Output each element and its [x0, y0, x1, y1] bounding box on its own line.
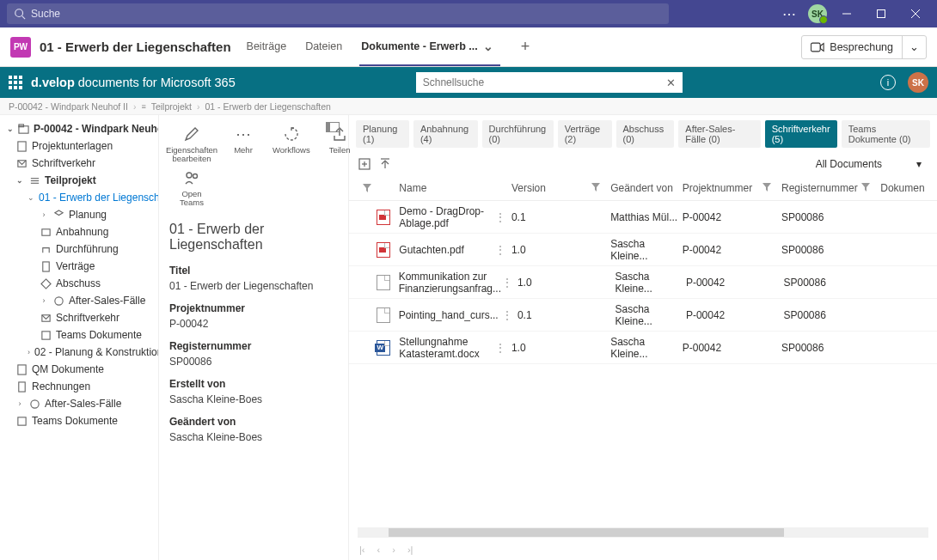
label-projnr: Projektnummer: [169, 302, 338, 314]
channel-avatar: PW: [10, 37, 31, 58]
col-user[interactable]: Geändert von: [610, 182, 683, 194]
row-more-icon[interactable]: ⋮: [495, 244, 511, 256]
file-type-icon: [377, 210, 390, 225]
tree-current[interactable]: ⌄01 - Erwerb der Liegenscha...: [3, 189, 155, 206]
quick-search[interactable]: ✕: [416, 72, 683, 93]
cat-tab[interactable]: After-Sales-Fälle (0): [678, 120, 760, 148]
dvelop-bar: d.velop documents for Microsoft 365 ✕ i …: [0, 67, 937, 98]
teams-search-input[interactable]: [31, 8, 662, 20]
value-titel: 01 - Erwerb der Liegenschaften: [169, 280, 338, 292]
filter-icon[interactable]: [861, 182, 880, 194]
file-user: Sascha Kleine...: [610, 238, 683, 262]
pager-next[interactable]: ›: [392, 545, 395, 555]
tree-planung[interactable]: ›Planung: [3, 206, 155, 223]
table-row[interactable]: Pointing_hand_curs...⋮0.1Sascha Kleine..…: [349, 299, 937, 332]
tree-projektunterlagen[interactable]: Projektunterlagen: [3, 137, 155, 155]
cat-tab[interactable]: Schriftverkehr (5): [765, 120, 837, 148]
grid-header: Name Version Geändert von Projektnummer …: [349, 175, 937, 201]
tab-documents[interactable]: Dokumente - Erwerb ...⌄: [359, 27, 499, 66]
window-maximize-button[interactable]: [867, 0, 896, 27]
dvelop-avatar[interactable]: SK: [908, 72, 928, 93]
meeting-button[interactable]: Besprechung ⌄: [801, 35, 927, 59]
tab-chevron-icon[interactable]: ⌄: [478, 40, 499, 53]
tree-vertraege[interactable]: Verträge: [3, 258, 155, 275]
pager-first[interactable]: |‹: [359, 545, 365, 555]
edit-properties-button[interactable]: Eigenschaften bearbeiten: [169, 124, 214, 164]
row-more-icon[interactable]: ⋮: [502, 309, 517, 321]
workflows-button[interactable]: Workflows: [273, 124, 310, 164]
quick-search-input[interactable]: [423, 76, 666, 88]
file-regnr: SP00086: [781, 211, 861, 223]
new-item-button[interactable]: [358, 157, 371, 171]
crumb-3[interactable]: 01 - Erwerb der Liegenschaften: [205, 101, 331, 112]
tab-files[interactable]: Dateien: [303, 27, 344, 66]
teams-avatar[interactable]: SK: [808, 4, 827, 23]
file-regnr: SP00086: [781, 244, 861, 256]
tree-abschuss[interactable]: Abschuss: [3, 275, 155, 292]
filter-icon[interactable]: [358, 184, 377, 192]
col-reg[interactable]: Registernummer: [781, 182, 861, 194]
tree-sub-schriftverkehr[interactable]: Schriftverkehr: [3, 309, 155, 326]
table-row[interactable]: Stellungnahme Katasteramt.docx⋮1.0Sascha…: [349, 332, 937, 364]
tree-teilprojekt[interactable]: ⌄Teilprojekt: [3, 172, 155, 189]
table-row[interactable]: Demo - DragDrop-Ablage.pdf⋮0.1Matthias M…: [349, 201, 937, 234]
tree-teamsdok2[interactable]: Teams Dokumente: [3, 412, 155, 429]
app-launcher-icon[interactable]: [9, 76, 22, 89]
crumb-2[interactable]: Teilprojekt: [151, 101, 192, 112]
add-tab-button[interactable]: +: [516, 38, 536, 56]
clear-search-icon[interactable]: ✕: [666, 76, 676, 89]
file-regnr: SP00086: [783, 277, 862, 289]
tab-posts[interactable]: Beiträge: [245, 27, 289, 66]
open-teams-button[interactable]: Open Teams: [169, 167, 214, 208]
pager-last[interactable]: ›|: [407, 545, 413, 555]
tree-root[interactable]: ⌄P-00042 - Windpark Neuhof II: [3, 120, 155, 137]
col-proj[interactable]: Projektnummer: [683, 182, 762, 194]
cat-tab[interactable]: Planung (1): [356, 120, 409, 148]
table-row[interactable]: Kommunikation zur Finanzierungsanfrag...…: [349, 266, 937, 299]
label-erstellt: Erstellt von: [169, 378, 338, 390]
col-version[interactable]: Version: [511, 182, 591, 194]
cat-tab[interactable]: Verträge (2): [558, 120, 612, 148]
window-minimize-button[interactable]: [832, 0, 861, 27]
horizontal-scrollbar[interactable]: [358, 527, 928, 538]
value-geaendert: Sascha Kleine-Boes: [169, 431, 338, 443]
tree-anbahnung[interactable]: Anbahnung: [3, 223, 155, 240]
row-more-icon[interactable]: ⋮: [495, 211, 511, 223]
document-grid: Name Version Geändert von Projektnummer …: [349, 175, 937, 527]
tree-aftersales[interactable]: ›After-Sales-Fälle: [3, 292, 155, 309]
row-more-icon[interactable]: ⋮: [495, 342, 511, 354]
more-actions-button[interactable]: ⋯Mehr: [233, 124, 254, 164]
tree-rechnungen[interactable]: Rechnungen: [3, 378, 155, 395]
file-version: 1.0: [517, 277, 597, 289]
label-geaendert: Geändert von: [169, 416, 338, 428]
pager-prev[interactable]: ‹: [377, 545, 381, 555]
window-close-button[interactable]: [901, 0, 930, 27]
crumb-1[interactable]: P-00042 - Windpark Neuhof II: [9, 101, 128, 112]
detail-title: 01 - Erwerb der Liegenschaften: [169, 222, 338, 253]
tree-schriftverkehr[interactable]: Schriftverkehr: [3, 155, 155, 172]
cat-tab[interactable]: Abschuss (0): [616, 120, 675, 148]
cat-tab[interactable]: Anbahnung (4): [413, 120, 478, 148]
tree-qm[interactable]: QM Dokumente: [3, 361, 155, 378]
teams-search[interactable]: [7, 3, 669, 24]
filter-icon[interactable]: [591, 182, 610, 194]
col-dok[interactable]: Dokumen: [880, 182, 928, 194]
tree-durchfuehrung[interactable]: Durchführung: [3, 240, 155, 258]
file-type-icon: [377, 307, 390, 323]
upload-button[interactable]: [378, 157, 392, 171]
col-name[interactable]: Name: [399, 182, 495, 194]
meeting-dropdown[interactable]: ⌄: [902, 36, 926, 58]
tree-sub-teamsdok[interactable]: Teams Dokumente: [3, 326, 155, 344]
teams-title-bar: ⋯ SK: [0, 0, 937, 27]
table-row[interactable]: Gutachten.pdf⋮1.0Sascha Kleine...P-00042…: [349, 234, 937, 266]
tree-aftersales2[interactable]: ›After-Sales-Fälle: [3, 395, 155, 412]
teams-more-button[interactable]: ⋯: [775, 6, 803, 22]
filter-icon[interactable]: [762, 182, 781, 194]
tree-02-planung[interactable]: ›02 - Planung & Konstruktion: [3, 344, 155, 361]
cat-tab[interactable]: Teams Dokumente (0): [842, 120, 930, 148]
info-icon[interactable]: i: [880, 75, 896, 90]
cat-tab[interactable]: Durchführung (0): [482, 120, 554, 148]
panel-toggle-icon[interactable]: [326, 122, 340, 132]
view-selector[interactable]: All Documents▾: [809, 156, 928, 172]
row-more-icon[interactable]: ⋮: [502, 277, 517, 289]
